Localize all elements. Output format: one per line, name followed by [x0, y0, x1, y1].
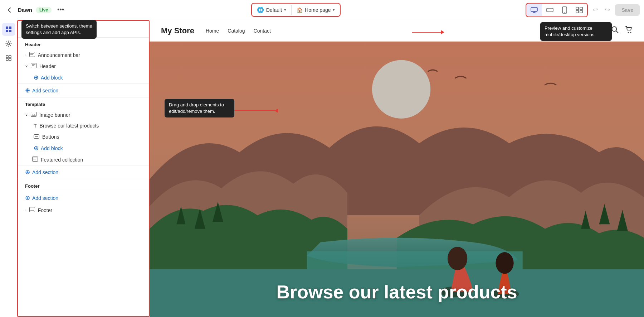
back-button[interactable] — [4, 5, 14, 15]
buttons-item[interactable]: Buttons — [18, 131, 149, 142]
announcement-bar-item[interactable]: › Announcement bar — [18, 49, 149, 61]
header-add-section[interactable]: ⊕ Add section — [18, 83, 149, 97]
store-nav-right — [611, 26, 633, 35]
svg-rect-5 — [580, 7, 582, 10]
plus-circle-icon: ⊕ — [25, 168, 30, 176]
plus-circle-icon: ⊕ — [34, 144, 39, 152]
svg-rect-0 — [531, 8, 537, 11]
search-icon[interactable] — [611, 26, 619, 35]
nav-catalog[interactable]: Catalog — [228, 28, 245, 34]
top-bar-left: Dawn Live ••• Switch between sections, t… — [4, 5, 66, 15]
announcement-bar-label: Announcement bar — [38, 52, 80, 58]
svg-point-38 — [448, 247, 467, 270]
svg-rect-8 — [6, 27, 8, 29]
more-button[interactable]: ••• — [55, 5, 66, 15]
globe-icon: 🌐 — [257, 6, 264, 13]
browse-text-item[interactable]: T Browse our latest products — [18, 120, 149, 131]
add-section-label: Add section — [32, 88, 58, 93]
image-banner-label: Image banner — [39, 112, 70, 118]
nav-contact[interactable]: Contact — [254, 28, 271, 34]
drag-drop-arrow — [232, 109, 278, 113]
undo-button[interactable]: ↩ — [591, 4, 600, 16]
svg-rect-1 — [547, 8, 553, 12]
svg-rect-7 — [580, 10, 582, 13]
header-add-block[interactable]: ⊕ Add block — [18, 72, 149, 83]
template-group: Template ∨ Image banner T Browse our lat… — [18, 97, 149, 179]
text-icon: T — [34, 123, 37, 129]
add-section-label: Add section — [32, 169, 58, 175]
section-icon — [29, 52, 35, 58]
header-group-label: Header — [18, 38, 149, 49]
chevron-down-icon: ∨ — [25, 112, 28, 117]
footer-label: Footer — [38, 207, 52, 213]
footer-add-section[interactable]: ⊕ Add section — [18, 191, 149, 205]
cart-icon[interactable] — [625, 26, 633, 35]
pages-arrow — [412, 30, 444, 34]
preview-area: My Store Home Catalog Contact — [150, 20, 644, 317]
preview-tooltip: Preview and customize mobile/desktop ver… — [540, 22, 612, 41]
settings-button[interactable] — [2, 37, 15, 50]
save-button[interactable]: Save — [615, 4, 640, 16]
featured-collection-label: Featured collection — [41, 157, 83, 163]
top-bar: Dawn Live ••• Switch between sections, t… — [0, 0, 644, 20]
header-label: Header — [39, 63, 56, 69]
store-logo: My Store — [161, 26, 194, 35]
hero-area: Browse our latest products Drag and drop… — [150, 42, 644, 317]
svg-rect-15 — [6, 58, 8, 61]
store-nav-links: Home Catalog Contact — [206, 28, 271, 34]
chevron-right-icon: › — [25, 208, 26, 212]
redo-button[interactable]: ↪ — [603, 4, 612, 16]
footer-group: Footer ⊕ Add section › Footer — [18, 179, 149, 216]
preview-grid-button[interactable] — [571, 4, 587, 16]
nav-home[interactable]: Home — [206, 28, 219, 34]
live-badge: Live — [36, 7, 52, 13]
top-bar-right: ↩ ↪ Save Preview and customize mobile/de… — [526, 3, 640, 17]
plus-circle-icon: ⊕ — [25, 87, 30, 94]
sections-button[interactable] — [2, 23, 15, 36]
button-icon — [34, 134, 39, 140]
default-dropdown[interactable]: 🌐 Default ▾ — [252, 4, 291, 16]
svg-point-33 — [630, 32, 631, 33]
plus-circle-icon: ⊕ — [34, 74, 39, 81]
svg-rect-4 — [576, 7, 579, 10]
chevron-down-icon: ∨ — [25, 64, 28, 68]
footer-group-label: Footer — [18, 179, 149, 191]
drag-drop-tooltip: Drag and drop elements to edit/add/remov… — [165, 99, 234, 117]
image-banner-item[interactable]: ∨ Image banner — [18, 109, 149, 120]
preview-buttons — [526, 3, 588, 17]
preview-desktop-button[interactable] — [526, 4, 542, 16]
plus-circle-icon: ⊕ — [25, 194, 30, 202]
hero-heading: Browse our latest products — [150, 281, 644, 303]
store-preview: My Store Home Catalog Contact — [150, 20, 644, 317]
svg-point-12 — [8, 43, 10, 45]
sections-tooltip: Switch between sections, theme settings … — [21, 20, 97, 39]
image-banner-add-block[interactable]: ⊕ Add block — [18, 142, 149, 154]
hero-illustration — [150, 42, 644, 317]
svg-rect-10 — [6, 30, 8, 32]
chevron-down-icon: ▾ — [333, 8, 335, 12]
apps-button[interactable] — [2, 52, 15, 64]
main-layout: Home page Header › Announcement bar ∨ He… — [0, 20, 644, 317]
svg-point-40 — [496, 252, 513, 274]
browse-label: Browse our latest products — [40, 123, 99, 129]
homepage-dropdown[interactable]: 🏠 Home page ▾ — [292, 4, 340, 16]
sections-panel: Home page Header › Announcement bar ∨ He… — [17, 20, 150, 317]
preview-wide-button[interactable] — [542, 4, 558, 16]
svg-rect-13 — [6, 56, 8, 58]
preview-mobile-button[interactable] — [558, 4, 571, 16]
buttons-label: Buttons — [42, 134, 59, 140]
header-item[interactable]: ∨ Header — [18, 61, 149, 72]
section-icon — [32, 157, 38, 163]
template-add-section[interactable]: ⊕ Add section — [18, 165, 149, 179]
svg-rect-6 — [576, 10, 579, 13]
svg-rect-23 — [31, 112, 36, 117]
svg-point-32 — [628, 32, 629, 33]
svg-rect-16 — [9, 58, 11, 61]
footer-item[interactable]: › Footer — [18, 205, 149, 216]
chevron-right-icon: › — [25, 53, 26, 57]
featured-collection-item[interactable]: Featured collection — [18, 154, 149, 165]
header-group: Header › Announcement bar ∨ Header ⊕ — [18, 37, 149, 97]
theme-name: Dawn — [18, 7, 32, 13]
hero-text-overlay: Browse our latest products — [150, 281, 644, 303]
svg-rect-9 — [9, 27, 11, 29]
